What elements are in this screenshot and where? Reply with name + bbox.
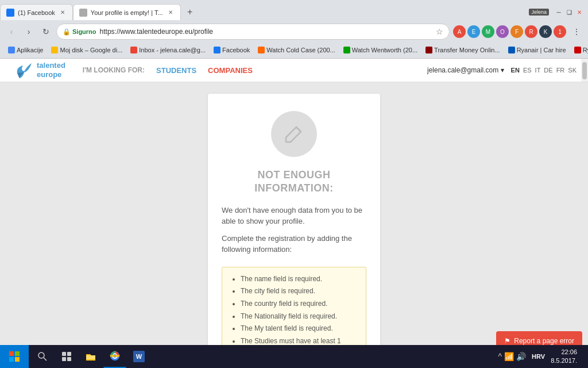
- bookmark-ryanair1-favicon: [508, 47, 515, 53]
- restore-button[interactable]: ❑: [565, 8, 573, 16]
- bookmark-ryanair2-label: Ryanair: [583, 47, 588, 53]
- extension-icon-4[interactable]: O: [496, 25, 509, 38]
- tab-profile[interactable]: Your profile is empty! | T... ✕: [73, 4, 181, 20]
- notifications-icon[interactable]: 1: [554, 25, 566, 38]
- browser-toolbar-icons: A E M O F R K 1: [453, 25, 566, 38]
- card-title: NOT ENOUGH INFORMATION:: [254, 168, 334, 195]
- svg-rect-8: [62, 357, 66, 361]
- back-button[interactable]: ‹: [5, 25, 18, 39]
- bookmark-watchcold-label: Watch Cold Case (200...: [266, 47, 335, 53]
- bookmark-ryanair2[interactable]: Ryanair: [571, 45, 588, 55]
- bookmark-inbox[interactable]: Inbox - jelena.cale@g...: [127, 45, 209, 55]
- bookmark-disk[interactable]: Moj disk – Google di...: [48, 45, 126, 55]
- bookmark-star-icon[interactable]: ☆: [436, 27, 443, 36]
- taskbar-word-button[interactable]: W: [127, 345, 150, 368]
- url-bar[interactable]: 🔒 Sigurno https://www.talentedeurope.eu/…: [56, 24, 450, 40]
- minimize-button[interactable]: ─: [555, 8, 563, 16]
- window-controls: Jelena ─ ❑ ✕: [529, 8, 588, 16]
- svg-point-4: [38, 352, 44, 358]
- requirement-1: The city field is required.: [241, 285, 358, 298]
- pencil-icon: [284, 124, 304, 144]
- tab-profile-close[interactable]: ✕: [167, 9, 175, 17]
- bookmark-transfer[interactable]: Transfer Money Onlin...: [422, 45, 504, 55]
- lang-de[interactable]: DE: [544, 67, 552, 74]
- lang-en[interactable]: EN: [511, 67, 520, 74]
- tray-expand-icon[interactable]: ^: [498, 352, 502, 361]
- start-button[interactable]: [0, 345, 29, 368]
- profile-incomplete-card: NOT ENOUGH INFORMATION: We don't have en…: [208, 94, 380, 368]
- lang-sk[interactable]: SK: [568, 67, 577, 74]
- bookmark-watchcold-favicon: [258, 47, 265, 53]
- tab-facebook-label: (1) Facebook: [18, 9, 55, 16]
- logo-line2: europe: [37, 70, 61, 79]
- bookmark-disk-label: Moj disk – Google di...: [60, 47, 122, 53]
- bookmark-aplikacije[interactable]: Aplikacije: [5, 45, 47, 55]
- nav-companies[interactable]: COMPANIES: [208, 66, 253, 75]
- svg-rect-9: [67, 357, 71, 361]
- logo-line1: talented: [37, 61, 65, 70]
- taskbar-search-button[interactable]: [31, 345, 54, 368]
- svg-rect-2: [9, 357, 14, 362]
- taskbar-chrome-button[interactable]: [103, 345, 126, 368]
- bookmark-ryanair1-label: Ryanair | Car hire: [517, 47, 566, 53]
- user-email[interactable]: jelena.cale@gmail.com ▾: [427, 66, 504, 74]
- reload-button[interactable]: ↻: [39, 25, 53, 39]
- word-icon: W: [133, 351, 145, 362]
- network-icon[interactable]: 📶: [504, 352, 514, 361]
- taskbar-right: ^ 📶 🔊 HRV 22:06 8.5.2017.: [494, 348, 588, 366]
- taskbar-icons: W: [29, 345, 494, 368]
- bookmark-apps-label: Aplikacije: [17, 47, 43, 53]
- windows-logo-icon: [9, 351, 20, 362]
- requirement-3: The Nationality field is required.: [241, 310, 358, 323]
- tab-facebook-close[interactable]: ✕: [59, 9, 67, 17]
- requirement-4: The My talent field is required.: [241, 323, 358, 335]
- logo-text: talented europe: [37, 61, 65, 79]
- tab-facebook[interactable]: (1) Facebook ✕: [0, 4, 73, 20]
- report-label: Report a page error: [514, 337, 574, 345]
- bookmark-transfer-favicon: [425, 47, 432, 53]
- bookmark-gmail-favicon: [130, 47, 137, 53]
- bookmark-facebook[interactable]: Facebook: [210, 45, 253, 55]
- nav-label: I'M LOOKING FOR:: [83, 66, 145, 74]
- logo-svg: [11, 59, 34, 82]
- lang-it[interactable]: IT: [535, 67, 541, 74]
- secure-indicator: 🔒 Sigurno: [63, 28, 96, 36]
- logo[interactable]: talented europe: [11, 59, 65, 82]
- search-icon: [37, 351, 48, 362]
- lang-fr[interactable]: FR: [556, 67, 565, 74]
- bookmark-ryanair1[interactable]: Ryanair | Car hire: [505, 45, 570, 55]
- taskbar-task-view-button[interactable]: [55, 345, 78, 368]
- file-explorer-icon: [85, 351, 96, 362]
- system-tray: ^ 📶 🔊: [498, 352, 527, 361]
- bookmark-watchcold[interactable]: Watch Cold Case (200...: [254, 45, 338, 55]
- extension-icon-1[interactable]: A: [453, 25, 466, 38]
- extension-icon-7[interactable]: K: [539, 25, 552, 38]
- extension-icon-6[interactable]: R: [525, 25, 537, 38]
- browser-menu-button[interactable]: ⋮: [570, 25, 583, 39]
- volume-icon[interactable]: 🔊: [516, 352, 526, 361]
- svg-rect-6: [62, 352, 66, 356]
- svg-rect-1: [15, 351, 20, 356]
- keyboard-lang-tag: HRV: [529, 352, 547, 361]
- site-nav: I'M LOOKING FOR: STUDENTS COMPANIES: [83, 66, 253, 75]
- extension-icon-3[interactable]: M: [482, 25, 494, 38]
- lock-icon: 🔒: [63, 28, 71, 36]
- bookmark-ryanair2-favicon: [574, 47, 581, 53]
- bookmark-watchwent-label: Watch Wentworth (20...: [352, 47, 417, 53]
- forward-button[interactable]: ›: [22, 25, 36, 39]
- bookmark-watchwent[interactable]: Watch Wentworth (20...: [340, 45, 421, 55]
- bookmark-fb-favicon: [214, 47, 220, 53]
- scrollbar-track[interactable]: [581, 59, 588, 82]
- bookmark-transfer-label: Transfer Money Onlin...: [434, 47, 500, 53]
- new-tab-button[interactable]: +: [183, 5, 197, 19]
- lang-es[interactable]: ES: [523, 67, 532, 74]
- extension-icon-5[interactable]: F: [510, 25, 523, 38]
- taskbar-file-explorer-button[interactable]: [79, 345, 102, 368]
- bookmarks-bar: Aplikacije Moj disk – Google di... Inbox…: [0, 43, 588, 59]
- main-content: NOT ENOUGH INFORMATION: We don't have en…: [0, 82, 588, 368]
- tab-bar: (1) Facebook ✕ Your profile is empty! | …: [0, 0, 588, 21]
- nav-students[interactable]: STUDENTS: [156, 66, 196, 75]
- close-button[interactable]: ✕: [575, 8, 583, 16]
- bookmark-apps-favicon: [8, 47, 15, 53]
- extension-icon-2[interactable]: E: [467, 25, 480, 38]
